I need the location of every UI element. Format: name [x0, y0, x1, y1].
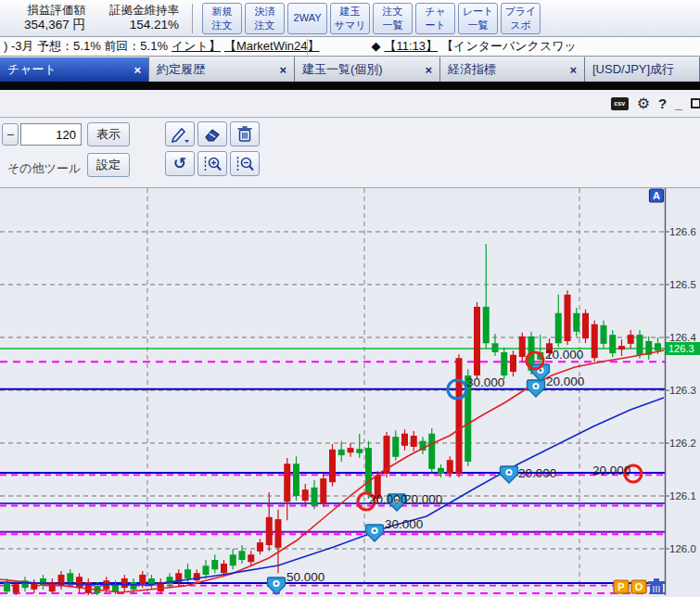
news-ticker: ) -3月 予想：5.1% 前回：5.1%イント】【MarketWin24】◆【… [0, 37, 700, 57]
candle-body [112, 584, 119, 591]
candle-body [492, 343, 499, 352]
nav-button-close-order[interactable]: 決済注文 [245, 3, 285, 34]
candle-body [565, 295, 571, 341]
eraser-button[interactable] [197, 121, 227, 146]
ticker-link[interactable]: イント】 [172, 39, 221, 53]
main-nav-buttons: 新規注文決済注文2WAY建玉サマリ注文一覧チャートレート一覧プライスボ [202, 3, 541, 34]
nav-button-price-board[interactable]: プライスボ [501, 3, 541, 34]
tab-close-icon[interactable]: × [134, 63, 141, 77]
axis-label: 126.6 [669, 226, 696, 237]
candle-body [203, 565, 210, 575]
tab-建玉一覧(個別)[interactable]: 建玉一覧(個別)× [295, 57, 440, 82]
tab-label: 経済指標 [448, 61, 496, 78]
candle-body [131, 582, 137, 590]
nav-button-chart[interactable]: チャート [415, 3, 455, 34]
csv-export-icon[interactable]: csv [611, 97, 629, 110]
tab-経済指標[interactable]: 経済指標× [440, 57, 585, 82]
order-value-label: 20.000 [592, 464, 630, 477]
candle-body [329, 450, 336, 482]
draw-pencil-button[interactable] [165, 121, 195, 146]
tab-close-icon[interactable]: × [279, 63, 286, 77]
period-decrement-button[interactable]: − [2, 123, 19, 146]
trash-icon [236, 125, 253, 143]
zoom-out-button[interactable] [230, 151, 260, 176]
axis-label: 126.1 [669, 490, 696, 502]
annotation-mode-icon[interactable]: A [650, 189, 664, 202]
candle-body [221, 564, 227, 573]
other-tools-label: その他ツール [7, 160, 81, 177]
candle-body [348, 448, 354, 452]
tab-[USD/JPY]成行[interactable]: [USD/JPY]成行 [585, 57, 700, 82]
tab-label: 約定履歴 [157, 61, 205, 78]
candle-body [474, 307, 480, 375]
order-value-label: 30.000 [466, 375, 504, 389]
maximize-icon[interactable] [691, 98, 700, 108]
stat-value: 154.21% [109, 18, 179, 32]
order-value-label: 20.000 [404, 492, 442, 506]
period-input[interactable] [20, 123, 82, 146]
settings-button[interactable]: 設定 [87, 153, 130, 177]
ticker-text: 【インターバンクスワッ [441, 39, 577, 53]
minimize-icon[interactable]: _ [675, 96, 682, 111]
undo-button[interactable]: ↺ [165, 151, 195, 176]
candle-body [293, 464, 299, 496]
order-marker-button[interactable]: O [631, 580, 646, 593]
tab-label: [USD/JPY]成行 [592, 61, 674, 78]
candle-body [456, 358, 463, 474]
account-stat: 証拠金維持率154.21% [109, 4, 179, 32]
button-letter: P [617, 581, 624, 592]
nav-button-position-summary[interactable]: 建玉サマリ [330, 3, 370, 34]
zoom-in-button[interactable] [197, 151, 227, 176]
candle-body [230, 554, 236, 565]
nav-button-order-list[interactable]: 注文一覧 [373, 3, 413, 34]
candle-body [428, 434, 435, 469]
candle-body [365, 448, 372, 494]
axis-label: 126.2 [669, 438, 696, 449]
eraser-icon [203, 126, 222, 143]
price-chart[interactable]: 126.6126.5126.4126.3126.2126.1126.0126.3… [0, 188, 700, 595]
nav-button-two-way[interactable]: 2WAY [287, 3, 327, 34]
order-value-label: 20.000 [545, 348, 583, 362]
candle-body [139, 575, 146, 584]
header-divider [192, 4, 193, 33]
ticker-link[interactable]: 【11:13】 [385, 39, 439, 53]
help-icon[interactable]: ? [658, 95, 667, 111]
tab-約定履歴[interactable]: 約定履歴× [149, 57, 295, 82]
account-stat: 損益評価額354,367 円 [24, 4, 85, 32]
tab-close-icon[interactable]: × [569, 63, 577, 77]
a-icon-letter: A [653, 190, 660, 201]
candle-body [411, 436, 417, 447]
show-button[interactable]: 表示 [87, 122, 130, 146]
axis-label: 126.0 [669, 543, 696, 554]
candle-body [573, 313, 579, 332]
ticker-divider [307, 39, 308, 55]
axis-label: 126.5 [669, 279, 696, 290]
button-letter: O [635, 581, 643, 592]
candle-body [320, 478, 326, 503]
delete-drawings-button[interactable] [230, 121, 260, 146]
tab-チャート[interactable]: チャート× [0, 57, 149, 82]
candle-body [4, 582, 10, 591]
nav-button-rate-list[interactable]: レート一覧 [458, 3, 498, 34]
chart-bottom-buttons: PO [614, 578, 665, 594]
candle-body [501, 352, 507, 375]
chart-toolbar: − 表示 その他ツール 設定 [0, 118, 700, 188]
position-marker-button[interactable]: P [614, 580, 629, 593]
order-value-label: 20.000 [518, 466, 556, 480]
candle-body [185, 569, 191, 578]
pencil-icon [170, 125, 190, 144]
gear-icon[interactable]: ⚙ [637, 96, 650, 111]
candle-body [302, 489, 309, 501]
tab-close-icon[interactable]: × [425, 63, 432, 77]
candle-body [519, 337, 526, 357]
ticker-text: ◆ [372, 39, 381, 53]
candle-body [392, 437, 399, 457]
trash-lid [648, 581, 665, 584]
nav-button-new-order[interactable]: 新規注文 [202, 3, 242, 34]
candle-body [555, 313, 562, 343]
order-value-label: 20.000 [546, 375, 584, 388]
order-value-label: 20.000 [369, 492, 407, 506]
candle-body [483, 307, 490, 343]
ticker-link[interactable]: 【MarketWin24】 [224, 39, 320, 53]
tab-label: チャート [7, 61, 57, 78]
